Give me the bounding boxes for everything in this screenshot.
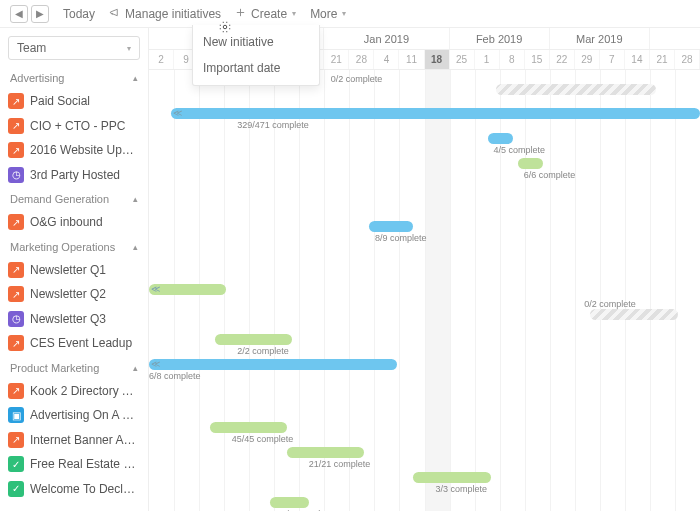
day-today: 18: [425, 50, 450, 69]
gantt-bar[interactable]: [496, 84, 656, 95]
item-label: 3rd Party Hosted: [30, 168, 120, 182]
item-icon: ↗: [8, 262, 24, 278]
menu-new-initiative[interactable]: New initiative: [193, 29, 319, 55]
gantt-bar[interactable]: ≪: [149, 359, 397, 370]
item-label: Newsletter Q3: [30, 312, 106, 326]
chevron-up-icon: ▴: [133, 242, 138, 252]
item-icon: ↗: [8, 118, 24, 134]
overflow-left-icon: ≪: [151, 284, 160, 294]
sidebar-item[interactable]: ↗Paid Social: [0, 89, 148, 114]
day-label: 7: [600, 50, 625, 69]
item-label: Paid Social: [30, 94, 90, 108]
sidebar-item[interactable]: ↗CES Event Leadup: [0, 331, 148, 356]
day-label: 25: [450, 50, 475, 69]
manage-initiatives-button[interactable]: Manage initiatives: [109, 7, 221, 21]
gantt-bar[interactable]: [369, 221, 413, 232]
sidebar-item[interactable]: ↗2016 Website Updates: [0, 138, 148, 163]
day-label: 22: [550, 50, 575, 69]
item-label: Newsletter Q1: [30, 263, 106, 277]
overflow-left-icon: ≪: [151, 359, 160, 369]
sidebar-item[interactable]: ↗Newsletter Q2: [0, 282, 148, 307]
main: Team ▾ Advertising▴↗Paid Social↗CIO + CT…: [0, 28, 700, 511]
team-selector[interactable]: Team ▾: [8, 36, 140, 60]
sidebar-item[interactable]: ✓Free Real Estate Listings: [0, 452, 148, 477]
sidebar-item[interactable]: ◷Newsletter Q3: [0, 307, 148, 332]
sidebar: Team ▾ Advertising▴↗Paid Social↗CIO + CT…: [0, 28, 149, 511]
gantt-bar[interactable]: [270, 497, 309, 508]
bar-progress-label: 45/45 complete: [232, 434, 294, 444]
plus-icon: [235, 7, 246, 21]
gantt-bar[interactable]: [413, 472, 490, 483]
more-button[interactable]: More ▾: [310, 7, 346, 21]
bar-progress-label: 329/471 complete: [237, 120, 309, 130]
bar-progress-label: 0/2 complete: [331, 74, 383, 84]
group-label: Demand Generation: [10, 193, 109, 205]
timeline[interactable]: 2018Jan 2019Feb 2019Mar 2019 29162330613…: [149, 28, 700, 511]
sidebar-item[interactable]: ✓Welcome To Declassifie…: [0, 477, 148, 502]
item-label: Kook 2 Directory Add U…: [30, 384, 140, 398]
gantt-bar[interactable]: ≪: [171, 108, 700, 119]
bar-progress-label: 0/2 complete: [584, 299, 636, 309]
chevron-up-icon: ▴: [133, 363, 138, 373]
bar-progress-label: 21/21 complete: [309, 459, 371, 469]
item-icon: ↗: [8, 142, 24, 158]
bar-progress-label: 6/8 complete: [149, 371, 201, 381]
sidebar-item[interactable]: ↗CIO + CTO - PPC: [0, 114, 148, 139]
menu-important-date[interactable]: Important date: [193, 55, 319, 81]
month-label: Feb 2019: [450, 28, 550, 49]
sidebar-item[interactable]: ◷3rd Party Hosted: [0, 163, 148, 188]
gantt-bar[interactable]: [215, 334, 292, 345]
bar-progress-label: 2/2 complete: [237, 346, 289, 356]
create-button[interactable]: Create ▾: [235, 7, 296, 21]
prev-button[interactable]: ◀: [10, 5, 28, 23]
day-label: 1: [475, 50, 500, 69]
chevron-down-icon: ▾: [342, 9, 346, 18]
item-icon: ↗: [8, 286, 24, 302]
item-icon: ✓: [8, 481, 24, 497]
create-label: Create: [251, 7, 287, 21]
next-button[interactable]: ▶: [31, 5, 49, 23]
item-icon: ◷: [8, 311, 24, 327]
sidebar-item[interactable]: ↗Newsletter Q1: [0, 258, 148, 283]
item-label: Free Real Estate Listings: [30, 457, 140, 471]
day-label: 2: [149, 50, 174, 69]
chevron-up-icon: ▴: [133, 194, 138, 204]
day-label: 4: [374, 50, 399, 69]
gantt-bar[interactable]: [210, 422, 287, 433]
chevron-down-icon: ▾: [292, 9, 296, 18]
day-label: 15: [525, 50, 550, 69]
sidebar-item[interactable]: ↗O&G inbound: [0, 210, 148, 235]
day-label: 14: [625, 50, 650, 69]
bar-progress-label: 4/5 complete: [493, 145, 545, 155]
item-icon: ↗: [8, 383, 24, 399]
today-button[interactable]: Today: [63, 7, 95, 21]
gantt-bar[interactable]: ≪: [149, 284, 226, 295]
sidebar-item[interactable]: ↗Internet Banner Adverti…: [0, 428, 148, 453]
item-label: Internet Banner Adverti…: [30, 433, 140, 447]
item-icon: ↗: [8, 214, 24, 230]
chevron-up-icon: ▴: [133, 73, 138, 83]
item-icon: ◷: [8, 167, 24, 183]
manage-label: Manage initiatives: [125, 7, 221, 21]
group-header[interactable]: Advertising▴: [0, 66, 148, 89]
group-label: Marketing Operations: [10, 241, 115, 253]
create-dropdown: New initiative Important date: [192, 25, 320, 86]
gantt-bar[interactable]: [518, 158, 543, 169]
sidebar-item[interactable]: ▣Advertising On A Budge…: [0, 403, 148, 428]
gantt-bar[interactable]: [287, 447, 364, 458]
item-icon: ▣: [8, 407, 24, 423]
gantt-bar[interactable]: [590, 309, 678, 320]
sidebar-item[interactable]: ↗Kook 2 Directory Add U…: [0, 379, 148, 404]
item-icon: ↗: [8, 93, 24, 109]
group-header[interactable]: Product Marketing▴: [0, 356, 148, 379]
gantt-bar[interactable]: [488, 133, 513, 144]
group-header[interactable]: Demand Generation▴: [0, 187, 148, 210]
item-label: O&G inbound: [30, 215, 103, 229]
more-label: More: [310, 7, 337, 21]
item-icon: ↗: [8, 335, 24, 351]
overflow-left-icon: ≪: [173, 108, 182, 118]
item-icon: ↗: [8, 432, 24, 448]
team-selector-label: Team: [17, 41, 46, 55]
megaphone-icon: [109, 7, 120, 21]
group-header[interactable]: Marketing Operations▴: [0, 235, 148, 258]
